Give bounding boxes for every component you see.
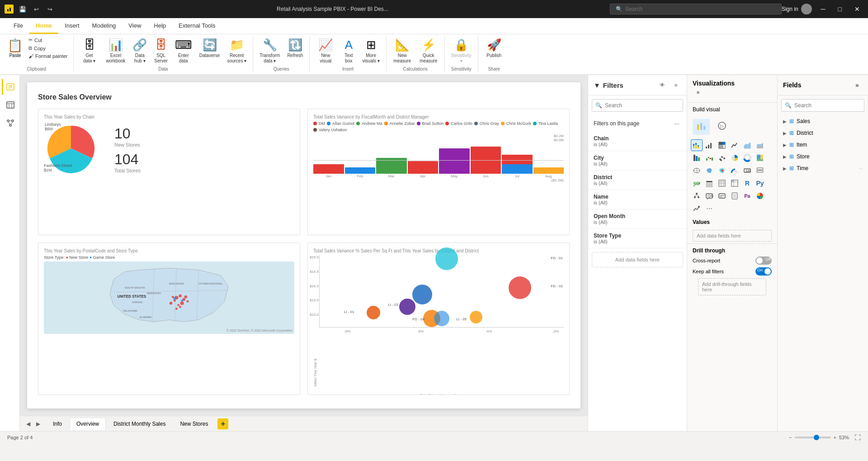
tab-file[interactable]: File — [7, 19, 29, 34]
viz-gauge[interactable] — [729, 165, 741, 176]
get-data-button[interactable]: 🗄 Getdata ▾ — [77, 36, 102, 66]
global-search[interactable]: 🔍 — [610, 4, 782, 14]
redo-btn[interactable]: ↪ — [44, 4, 55, 14]
viz-stacked-bar[interactable] — [691, 139, 703, 151]
filter-section-menu[interactable]: ··· — [672, 119, 681, 128]
sensitivity-button[interactable]: 🔒 Sensitivity▾ — [448, 36, 474, 66]
fields-expand-btn[interactable]: » — [852, 80, 863, 90]
viz-bar[interactable] — [703, 139, 715, 151]
viz-slicer[interactable] — [703, 177, 715, 189]
viz-filled-map[interactable] — [703, 165, 715, 176]
fields-search[interactable]: 🔍 — [781, 99, 864, 112]
publish-button[interactable]: 🚀 Publish — [482, 36, 506, 60]
tab-view[interactable]: View — [122, 19, 147, 34]
viz-table[interactable] — [716, 177, 728, 189]
viz-stacked-bar-100[interactable] — [716, 139, 728, 151]
filters-search[interactable]: 🔍 — [592, 99, 683, 112]
enter-data-button[interactable]: ⌨ Enterdata — [172, 36, 195, 66]
fields-search-input[interactable] — [781, 99, 864, 112]
viz-multirow-card[interactable] — [754, 165, 766, 176]
cut-button[interactable]: ✂ Cut — [27, 36, 70, 44]
text-box-button[interactable]: A Textbox — [340, 36, 358, 66]
chart-box-2[interactable]: Total Sales Variance by FiscalMonth and … — [307, 109, 570, 235]
copy-button[interactable]: ⧉ Copy — [27, 44, 70, 52]
viz-paginated[interactable] — [729, 190, 741, 202]
close-btn[interactable]: ✕ — [851, 5, 863, 13]
data-hub-button[interactable]: 🔗 Datahub ▾ — [130, 36, 150, 66]
fit-page-btn[interactable]: ⛶ — [854, 434, 861, 441]
undo-btn[interactable]: ↩ — [31, 4, 42, 14]
filter-eye-btn[interactable]: 👁 — [657, 80, 668, 90]
field-district[interactable]: ▶ ⊞ District — [778, 127, 868, 139]
paste-button[interactable]: 📋 Paste — [4, 36, 27, 60]
field-time[interactable]: ▶ ⊞ Time ··· — [778, 162, 868, 174]
viz-donut[interactable] — [741, 152, 753, 164]
field-time-more[interactable]: ··· — [859, 166, 863, 171]
new-measure-button[interactable]: 📐 Newmeasure — [390, 36, 415, 66]
keep-filters-toggle[interactable]: On — [755, 267, 772, 276]
viz-line[interactable] — [729, 139, 741, 151]
viz-ribbon[interactable] — [691, 152, 703, 164]
global-search-input[interactable] — [625, 6, 776, 12]
filter-city[interactable]: City is (All) — [588, 151, 687, 171]
viz-smart-narrative[interactable] — [716, 190, 728, 202]
excel-workbook-button[interactable]: 📊 Excelworkbook — [104, 36, 128, 66]
viz-more[interactable]: ··· — [703, 203, 715, 214]
transform-data-button[interactable]: 🔧 Transformdata ▾ — [257, 36, 283, 66]
viz-stacked-area[interactable] — [754, 139, 766, 151]
tab-modeling[interactable]: Modeling — [86, 19, 123, 34]
field-item[interactable]: ▶ ⊞ Item — [778, 139, 868, 151]
tab-district-monthly[interactable]: District Monthly Sales — [107, 418, 172, 430]
filters-search-input[interactable] — [592, 99, 683, 112]
sql-server-button[interactable]: 🗄 SQLServer — [151, 36, 170, 66]
viz-card[interactable]: 123 — [741, 165, 753, 176]
zoom-plus[interactable]: + — [834, 435, 836, 440]
user-avatar[interactable] — [801, 4, 812, 14]
more-visuals-button[interactable]: ⊞ Morevisuals ▾ — [359, 36, 382, 66]
refresh-button[interactable]: 🔃 Refresh — [284, 36, 306, 60]
add-page-btn[interactable]: + — [217, 418, 228, 429]
recent-sources-button[interactable]: 📁 Recentsources ▾ — [224, 36, 249, 66]
maximize-btn[interactable]: □ — [835, 5, 845, 13]
model-view-btn[interactable] — [2, 115, 18, 131]
viz-matrix[interactable] — [729, 177, 741, 189]
filter-store-type[interactable]: Store Type is (All) — [588, 229, 687, 248]
tab-external-tools[interactable]: External Tools — [172, 19, 222, 34]
tab-info[interactable]: Info — [46, 418, 69, 430]
cross-report-toggle[interactable]: Off — [755, 257, 772, 265]
report-view-btn[interactable] — [2, 79, 18, 95]
viz-type-format-btn[interactable]: ▷ — [713, 119, 731, 135]
viz-power-apps[interactable]: Pa — [741, 190, 753, 202]
field-store[interactable]: ▶ ⊞ Store — [778, 151, 868, 162]
viz-panel-expand[interactable]: » — [693, 87, 703, 98]
viz-scatter[interactable] — [716, 152, 728, 164]
filter-add-fields[interactable]: Add data fields here — [592, 252, 683, 267]
tab-new-stores[interactable]: New Stores — [173, 418, 215, 430]
chart-box-1[interactable]: This Year Sales by Chain Lindseys$6M Fas… — [38, 109, 300, 235]
viz-kpi[interactable]: KPI — [691, 177, 703, 189]
tab-help[interactable]: Help — [147, 19, 172, 34]
viz-type-chart-btn[interactable] — [693, 119, 710, 135]
drill-add-fields[interactable]: Add drill-through fields here — [698, 278, 766, 295]
filter-expand-btn[interactable]: » — [670, 80, 681, 90]
tab-home[interactable]: Home — [29, 19, 58, 34]
dataverse-button[interactable]: 🔄 Dataverse — [197, 36, 223, 60]
filter-open-month[interactable]: Open Month is (All) — [588, 209, 687, 229]
filter-chain[interactable]: Chain is (All) — [588, 132, 687, 151]
minimize-btn[interactable]: ─ — [817, 5, 829, 13]
tab-insert[interactable]: Insert — [58, 19, 86, 34]
values-add-fields[interactable]: Add data fields here — [693, 230, 772, 242]
viz-r-script[interactable]: R — [741, 177, 753, 189]
sign-in[interactable]: Sign in — [782, 4, 812, 14]
viz-treemap[interactable] — [754, 152, 766, 164]
viz-waterfall[interactable] — [703, 152, 715, 164]
chart-box-3[interactable]: This Year Sales by PostalCode and Store … — [38, 242, 300, 395]
viz-map[interactable] — [691, 165, 703, 176]
filter-name[interactable]: Name is (All) — [588, 190, 687, 209]
viz-pie[interactable] — [729, 152, 741, 164]
save-btn[interactable]: 💾 — [17, 4, 28, 14]
viz-area[interactable] — [741, 139, 753, 151]
format-painter-button[interactable]: 🖌 Format painter — [27, 52, 70, 60]
field-sales[interactable]: ▶ ⊞ Sales — [778, 115, 868, 127]
zoom-slider[interactable] — [795, 437, 831, 438]
